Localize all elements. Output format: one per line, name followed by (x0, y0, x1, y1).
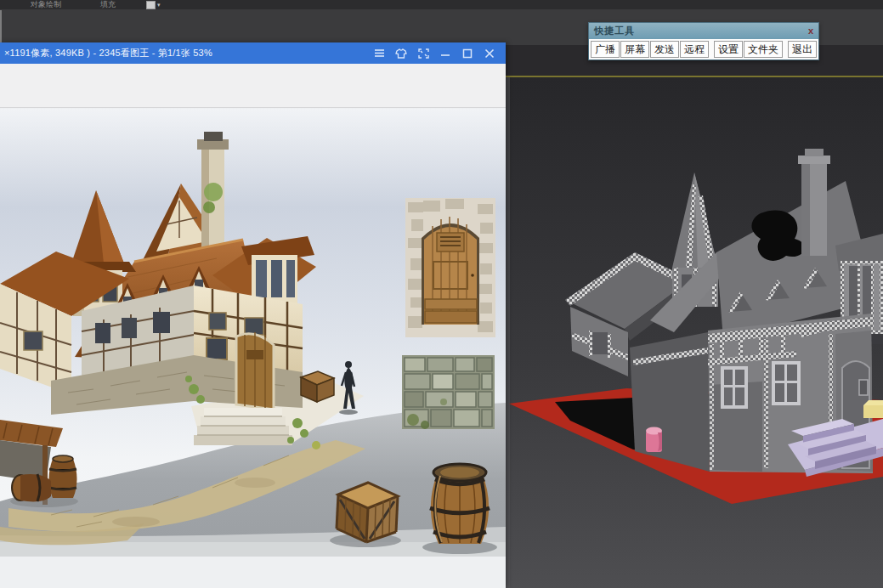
image-viewer-window: ×1191像素, 349KB ) - 2345看图王 - 第1/1张 53% (0, 42, 506, 588)
window-controls (368, 42, 506, 64)
image-viewer-title: ×1191像素, 349KB ) - 2345看图王 - 第1/1张 53% (0, 47, 368, 59)
panel-edge-divider (0, 10, 2, 42)
concept-art-image (0, 109, 506, 557)
folder-button[interactable]: 文件夹 (744, 41, 783, 58)
viewport-scene (506, 77, 883, 588)
yellow-box[interactable] (863, 400, 883, 418)
door-steps (194, 408, 292, 445)
quick-tools-titlebar[interactable]: 快捷工具 x (589, 23, 818, 39)
app-menubar: 对象绘制 填充 ▾ (0, 0, 883, 9)
broadcast-button[interactable]: 广播 (591, 41, 620, 58)
painted-crate (301, 371, 334, 402)
theme-shirt-icon[interactable] (390, 42, 412, 64)
close-icon[interactable]: x (803, 26, 818, 37)
quick-tools-buttons: 广播 屏幕 发送 远程 设置 文件夹 退出 (589, 39, 818, 59)
send-button[interactable]: 发送 (650, 41, 679, 58)
quick-tools-window: 快捷工具 x 广播 屏幕 发送 远程 设置 文件夹 退出 (588, 22, 819, 60)
desktop: 对象绘制 填充 ▾ (0, 0, 883, 588)
reference-stone-texture (402, 355, 495, 429)
menu-item-fill[interactable]: 填充 (100, 0, 116, 10)
image-viewer-titlebar[interactable]: ×1191像素, 349KB ) - 2345看图王 - 第1/1张 53% (0, 42, 506, 64)
fullscreen-icon[interactable] (412, 42, 434, 64)
menu-icon[interactable] (368, 42, 390, 64)
remote-button[interactable]: 远程 (680, 41, 709, 58)
close-icon[interactable] (478, 42, 501, 64)
crate-render (330, 483, 401, 547)
pink-cylinder[interactable] (646, 427, 662, 453)
exit-button[interactable]: 退出 (788, 41, 817, 58)
screen-button[interactable]: 屏幕 (620, 41, 649, 58)
maximize-icon[interactable] (456, 42, 478, 64)
image-viewer-toolbar (0, 64, 506, 108)
quick-tools-title: 快捷工具 (589, 25, 803, 37)
chevron-down-icon: ▾ (157, 2, 161, 8)
menu-item-object-draw[interactable]: 对象绘制 (31, 0, 61, 10)
minimize-icon[interactable] (434, 42, 456, 64)
settings-button[interactable]: 设置 (714, 41, 743, 58)
reference-door-photo (405, 198, 495, 337)
layer-thumbnail-icon[interactable]: ▾ (146, 1, 161, 9)
image-canvas[interactable] (0, 109, 506, 588)
thumbnail-square (146, 1, 156, 9)
3d-viewport[interactable] (506, 77, 883, 588)
